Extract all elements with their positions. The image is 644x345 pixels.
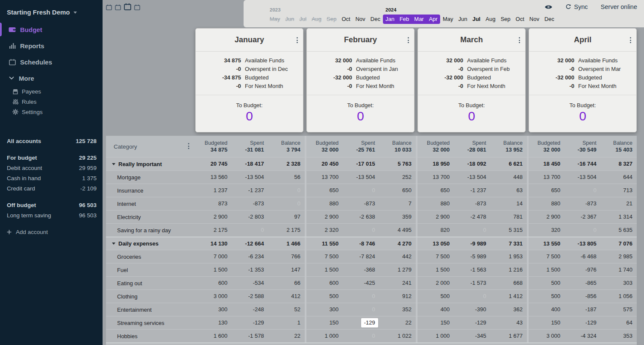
- budget-cell[interactable]: 880: [306, 197, 343, 210]
- calendar-months-button-4[interactable]: [134, 4, 140, 10]
- budget-cell[interactable]: 644: [601, 171, 637, 184]
- calendar-months-button-1[interactable]: [106, 4, 112, 10]
- sidebar-item-budget[interactable]: Budget: [0, 21, 103, 38]
- budget-cell[interactable]: 912: [379, 290, 416, 303]
- budget-cell[interactable]: -534: [232, 277, 268, 289]
- budget-cell[interactable]: 13 700: [306, 171, 343, 184]
- account-row[interactable]: Long term saving96 503: [0, 210, 103, 220]
- budget-cell[interactable]: 7 000: [195, 250, 232, 263]
- budget-cell[interactable]: 14: [491, 197, 527, 210]
- month-dec-2024[interactable]: Dec: [542, 15, 557, 24]
- budget-file-menu[interactable]: Starting Fresh Demo: [0, 0, 103, 16]
- budget-cell[interactable]: 4 495: [379, 224, 416, 237]
- budget-cell[interactable]: -368: [343, 263, 379, 276]
- account-row[interactable]: Credit card-2 109: [0, 183, 103, 193]
- budget-cell[interactable]: -1 573: [454, 277, 490, 289]
- budget-cell[interactable]: -2 803: [232, 211, 268, 223]
- category-name[interactable]: Fuel: [106, 263, 195, 276]
- budget-cell[interactable]: 0: [268, 197, 305, 210]
- sidebar-item-rules[interactable]: Rules: [0, 96, 103, 107]
- budget-cell[interactable]: 359: [379, 211, 416, 223]
- budget-cell[interactable]: 1 000: [418, 330, 454, 342]
- month-may-2024[interactable]: May: [440, 15, 456, 24]
- month-jul-2023[interactable]: Jul: [297, 15, 309, 24]
- category-name[interactable]: Streaming services: [106, 316, 195, 329]
- budget-cell[interactable]: 14 130: [195, 237, 232, 250]
- budget-cell[interactable]: 2 900: [195, 211, 232, 223]
- budget-cell[interactable]: -873: [232, 197, 268, 210]
- budget-cell[interactable]: -390: [454, 303, 490, 316]
- budget-cell[interactable]: 2 175: [195, 224, 232, 237]
- budget-cell[interactable]: 0: [454, 224, 490, 237]
- month-nov-2024[interactable]: Nov: [527, 15, 542, 24]
- to-budget-value[interactable]: 0: [307, 109, 414, 123]
- budget-cell[interactable]: 3 000: [195, 290, 232, 303]
- budget-cell[interactable]: 97: [268, 211, 305, 223]
- month-apr-2024[interactable]: Apr: [426, 15, 440, 24]
- budget-cell[interactable]: -13 504: [454, 171, 490, 184]
- budget-cell[interactable]: 1 500: [306, 263, 343, 276]
- budget-cell[interactable]: 18 950: [418, 158, 454, 170]
- sidebar-item-schedules[interactable]: Schedules: [0, 54, 103, 70]
- budget-cell[interactable]: -248: [232, 303, 268, 316]
- category-name[interactable]: Groceries: [106, 250, 195, 263]
- budget-cell[interactable]: 713: [601, 184, 637, 197]
- month-jul-2024[interactable]: Jul: [470, 15, 483, 24]
- sidebar-more-toggle[interactable]: More: [0, 70, 103, 86]
- month-menu-button[interactable]: [297, 37, 298, 43]
- collapse-triangle-icon[interactable]: [112, 243, 115, 245]
- month-may-2023[interactable]: May: [267, 15, 283, 24]
- budget-cell[interactable]: -129: [454, 316, 490, 329]
- month-feb-2024[interactable]: Feb: [397, 15, 412, 24]
- budget-cell[interactable]: 63: [491, 184, 527, 197]
- budget-cell[interactable]: 1 056: [601, 290, 637, 303]
- budget-cell[interactable]: 766: [268, 250, 305, 263]
- budget-cell[interactable]: 352: [379, 303, 416, 316]
- calendar-months-button-2[interactable]: [115, 4, 121, 10]
- category-group-name[interactable]: Really Important: [106, 158, 195, 170]
- budget-cell[interactable]: 500: [306, 290, 343, 303]
- budget-cell[interactable]: -345: [454, 330, 490, 342]
- month-nov-2023[interactable]: Nov: [353, 15, 368, 24]
- month-dec-2023[interactable]: Dec: [368, 15, 383, 24]
- budget-cell[interactable]: 2 328: [268, 158, 305, 170]
- account-row[interactable]: Cash in hand1 375: [0, 173, 103, 183]
- month-jan-2024[interactable]: Jan: [383, 15, 397, 24]
- budget-cell[interactable]: 22: [379, 316, 416, 329]
- category-name[interactable]: Internet: [106, 197, 195, 210]
- budget-cell[interactable]: -856: [565, 290, 600, 303]
- budget-cell[interactable]: 11 550: [306, 237, 343, 250]
- budget-cell[interactable]: 0: [343, 303, 379, 316]
- budget-cell[interactable]: -6 468: [565, 250, 600, 263]
- budget-cell[interactable]: 18 450: [529, 158, 565, 170]
- budget-cell[interactable]: 241: [379, 277, 416, 289]
- budget-cell[interactable]: 7 076: [601, 237, 637, 250]
- sidebar-item-reports[interactable]: Reports: [0, 38, 103, 54]
- budget-cell[interactable]: 5 635: [601, 224, 637, 237]
- budget-cell[interactable]: -13 805: [565, 237, 600, 250]
- budget-cell[interactable]: 13 560: [195, 171, 232, 184]
- budget-cell[interactable]: -1 578: [232, 330, 268, 342]
- budget-cell[interactable]: 130: [195, 316, 232, 329]
- budget-cell[interactable]: -7 824: [343, 250, 379, 263]
- budget-cell[interactable]: 880: [418, 197, 454, 210]
- budget-cell[interactable]: -873: [565, 197, 600, 210]
- budget-cell[interactable]: 575: [601, 303, 637, 316]
- budget-cell[interactable]: 442: [379, 250, 416, 263]
- budget-cell[interactable]: 1 216: [491, 263, 527, 276]
- budget-cell[interactable]: 781: [491, 211, 527, 223]
- budget-cell[interactable]: 500: [529, 290, 565, 303]
- budget-cell[interactable]: 1 740: [601, 263, 637, 276]
- category-name[interactable]: Mortgage: [106, 171, 195, 184]
- budget-cell[interactable]: 64: [601, 316, 637, 329]
- budget-cell[interactable]: 300: [195, 303, 232, 316]
- budget-cell[interactable]: 0: [343, 224, 379, 237]
- budget-cell[interactable]: -6 234: [232, 250, 268, 263]
- budget-cell[interactable]: 1 237: [195, 184, 232, 197]
- category-group-name[interactable]: Daily expenses: [106, 237, 195, 250]
- budget-cell[interactable]: -1 237: [454, 184, 490, 197]
- budget-cell[interactable]: 650: [418, 184, 454, 197]
- budget-cell[interactable]: -2 367: [565, 211, 600, 223]
- budget-cell[interactable]: 0: [268, 184, 305, 197]
- category-name[interactable]: Electricity: [106, 211, 195, 223]
